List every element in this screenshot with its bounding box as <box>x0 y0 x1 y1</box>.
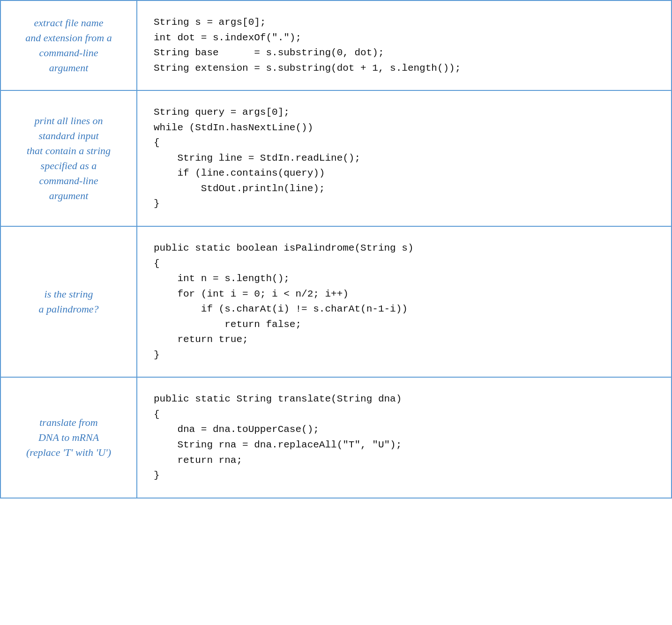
code-block: String s = args[0]; int dot = s.indexOf(… <box>154 15 655 76</box>
description-text: command-line <box>39 175 98 186</box>
description-cell-translate-dna: translate fromDNA to mRNA(replace 'T' wi… <box>1 377 137 497</box>
description-text: argument <box>49 62 89 74</box>
table-row-translate-dna: translate fromDNA to mRNA(replace 'T' wi… <box>1 377 671 497</box>
table-row-is-palindrome: is the stringa palindrome?public static … <box>1 226 671 377</box>
description-text: command-line <box>39 47 98 59</box>
code-block: public static String translate(String dn… <box>154 392 655 483</box>
code-cell-print-all-lines: String query = args[0]; while (StdIn.has… <box>137 90 671 226</box>
code-cell-is-palindrome: public static boolean isPalindrome(Strin… <box>137 226 671 377</box>
description-text: and extension from a <box>25 32 112 44</box>
description-text: (replace 'T' with 'U') <box>26 446 111 458</box>
description-text: extract file name <box>34 17 104 29</box>
description-text: is the string <box>45 288 93 300</box>
description-text: translate from <box>39 417 97 428</box>
code-block: String query = args[0]; while (StdIn.has… <box>154 105 655 212</box>
description-text: specified as a <box>41 160 97 171</box>
table-row-print-all-lines: print all lines onstandard inputthat con… <box>1 90 671 226</box>
description-text: standard input <box>38 130 98 141</box>
code-cell-translate-dna: public static String translate(String dn… <box>137 377 671 497</box>
description-text: that contain a string <box>27 145 111 156</box>
description-cell-extract-file-name: extract file nameand extension from acom… <box>1 1 137 90</box>
description-cell-is-palindrome: is the stringa palindrome? <box>1 226 137 377</box>
table-row-extract-file-name: extract file nameand extension from acom… <box>1 1 671 90</box>
main-table: extract file nameand extension from acom… <box>0 0 672 499</box>
description-text: print all lines on <box>34 115 103 126</box>
description-cell-print-all-lines: print all lines onstandard inputthat con… <box>1 90 137 226</box>
description-text: a palindrome? <box>38 303 98 315</box>
code-block: public static boolean isPalindrome(Strin… <box>154 241 655 363</box>
code-cell-extract-file-name: String s = args[0]; int dot = s.indexOf(… <box>137 1 671 90</box>
description-text: argument <box>49 190 89 201</box>
description-text: DNA to mRNA <box>38 432 99 443</box>
